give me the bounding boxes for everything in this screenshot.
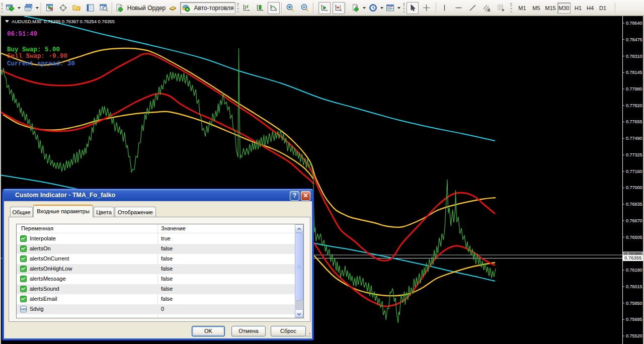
svg-text:0.76505: 0.76505 [626,235,642,240]
svg-text:0.76180: 0.76180 [626,268,642,273]
svg-text:0.75520: 0.75520 [626,333,642,338]
svg-text:0.78475: 0.78475 [626,37,642,42]
svg-text:123: 123 [21,307,26,311]
svg-text:0.78145: 0.78145 [626,70,642,75]
svg-text:0.76015: 0.76015 [626,284,642,289]
svg-text:0.76670: 0.76670 [626,218,642,223]
svg-text:0.75850: 0.75850 [626,301,642,306]
svg-text:0.77820: 0.77820 [626,103,642,108]
svg-text:0.76355: 0.76355 [624,255,641,261]
svg-text:0.76835: 0.76835 [626,202,642,207]
svg-text:0.77490: 0.77490 [626,136,642,141]
svg-text:0.77980: 0.77980 [626,87,642,92]
svg-text:06:51:49: 06:51:49 [7,31,37,38]
svg-text:Current spread: 30: Current spread: 30 [7,60,75,67]
svg-text:E: E [488,9,491,12]
svg-text:0.78310: 0.78310 [626,54,642,59]
svg-text:AUDUSD,M30 0.76295 0.76367 0.: AUDUSD,M30 0.76295 0.76367 0.76254 0.763… [12,19,115,24]
svg-text:Sell Swap: -9.90: Sell Swap: -9.90 [7,53,67,60]
svg-text:0.75685: 0.75685 [626,317,642,322]
svg-text:0.78640: 0.78640 [626,21,642,26]
svg-text:F: F [502,9,505,12]
svg-text:0.77325: 0.77325 [626,152,642,157]
svg-text:0.77000: 0.77000 [626,185,642,190]
svg-text:0.77160: 0.77160 [626,169,642,174]
svg-text:Buy Swap: 5.00: Buy Swap: 5.00 [7,46,60,53]
svg-text:0.77655: 0.77655 [626,119,642,124]
